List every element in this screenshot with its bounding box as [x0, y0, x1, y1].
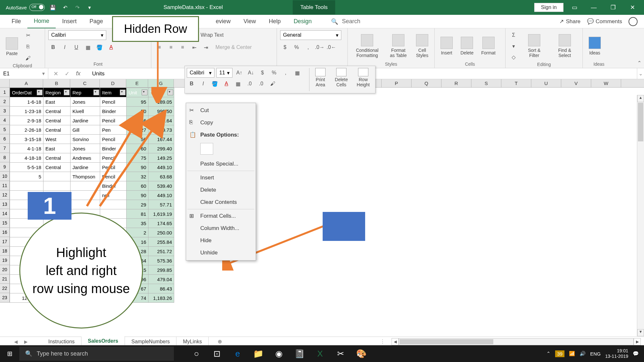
row-header-13[interactable]: 13	[0, 200, 10, 209]
column-header-P[interactable]: P	[382, 79, 412, 87]
font-color-button[interactable]: A	[106, 43, 116, 52]
mini-comma-icon[interactable]: ,	[281, 68, 290, 78]
mini-font-size[interactable]: 11▾	[216, 68, 232, 78]
comments-button[interactable]: 💬Comments	[587, 18, 622, 25]
mini-bold-icon[interactable]: B	[187, 79, 196, 89]
redo-icon[interactable]: ↷	[73, 3, 81, 12]
mini-italic-icon[interactable]: I	[198, 79, 208, 89]
column-header-S[interactable]: S	[471, 79, 501, 87]
cortana-icon[interactable]: ○	[187, 345, 206, 362]
table-row[interactable]: 4-18-18CentralAndrewsPencil75149.25	[10, 153, 174, 163]
close-icon[interactable]: ✕	[624, 0, 641, 15]
vertical-scrollbar[interactable]: ▲ ▼	[637, 95, 644, 336]
minimize-icon[interactable]: —	[585, 0, 602, 15]
font-name-combo[interactable]: Calibri▾	[48, 30, 106, 40]
table-header-unit[interactable]: Unit	[127, 88, 148, 97]
mini-border2-icon[interactable]: ▦	[233, 79, 243, 89]
column-header-Q[interactable]: Q	[412, 79, 441, 87]
excel-taskbar-icon[interactable]: X	[310, 345, 330, 362]
table-row[interactable]: 2-26-18CentralGillPen27539.73	[10, 125, 174, 135]
copy-icon[interactable]: ⎘	[23, 42, 33, 52]
language-indicator[interactable]: ENG	[590, 351, 601, 357]
table-tools-tab[interactable]: Table Tools	[293, 0, 336, 14]
mini-increase-font-icon[interactable]: A↑	[234, 68, 244, 78]
scroll-down-icon[interactable]: ▼	[637, 329, 644, 336]
tab-insert[interactable]: Insert	[56, 15, 83, 28]
name-box[interactable]: E1▾	[0, 68, 48, 79]
format-cells-button[interactable]: Format	[478, 35, 498, 57]
table-header-rep[interactable]: Rep	[71, 88, 100, 97]
mini-delete-cells-button[interactable]: Delete Cells	[331, 68, 351, 91]
edge-icon[interactable]: e	[228, 345, 247, 362]
row-header-1[interactable]: 1	[0, 88, 10, 97]
ribbon-display-icon[interactable]: ▭	[566, 0, 583, 15]
table-row[interactable]: Binder60539.40	[10, 181, 174, 191]
row-header-19[interactable]: 19	[0, 256, 10, 265]
menu-clear-contents[interactable]: Clear Contents	[186, 196, 256, 208]
row-header-10[interactable]: 10	[0, 172, 10, 181]
column-header-V[interactable]: V	[561, 79, 591, 87]
row-header-23[interactable]: 23	[0, 293, 10, 302]
tab-file[interactable]: File	[5, 15, 27, 28]
find-select-button[interactable]: Find & Select	[550, 33, 579, 59]
menu-delete[interactable]: Delete	[186, 184, 256, 196]
column-header-G[interactable]: G	[148, 79, 174, 87]
border-button[interactable]: ▦	[83, 43, 93, 52]
mini-inc-dec-icon[interactable]: .0	[245, 79, 254, 89]
increase-decimal-icon[interactable]: .0→	[315, 43, 325, 52]
collapse-ribbon-icon[interactable]: ⌃	[637, 60, 641, 66]
column-header-T[interactable]: T	[501, 79, 531, 87]
column-header-E[interactable]: E	[126, 79, 148, 87]
wrap-text-button[interactable]: Wrap Text	[198, 30, 226, 40]
row-header-22[interactable]: 22	[0, 284, 10, 293]
column-header-C[interactable]: C	[70, 79, 100, 87]
row-header-9[interactable]: 9	[0, 162, 10, 172]
ideas-button[interactable]: Ideas	[586, 35, 603, 57]
snipping-tool-icon[interactable]: ✂	[331, 345, 350, 362]
autosum-icon[interactable]: Σ	[509, 30, 518, 40]
sign-in-button[interactable]: Sign in	[534, 3, 564, 12]
table-header-region[interactable]: Region	[43, 88, 71, 97]
table-row[interactable]: 4-1-18EastJonesBinder60299.40	[10, 144, 174, 153]
sheet-prev-icon[interactable]: ◀	[14, 339, 18, 344]
hscroll-right-icon[interactable]: ▶	[634, 338, 641, 345]
table-header-total[interactable]: Total	[148, 88, 174, 97]
cut-icon[interactable]: ✂	[23, 30, 33, 40]
row-header-11[interactable]: 11	[0, 181, 10, 190]
column-header-R[interactable]: R	[441, 79, 471, 87]
horizontal-scrollbar[interactable]	[399, 338, 634, 345]
column-header-B[interactable]: B	[43, 79, 70, 87]
mini-font-color-icon[interactable]: A	[222, 79, 231, 89]
undo-icon[interactable]: ↶	[61, 3, 69, 12]
sheet-tab-instructions[interactable]: Instructions	[42, 337, 81, 347]
bold-button[interactable]: B	[48, 43, 58, 52]
autosave-toggle[interactable]: AutoSave Off	[6, 4, 45, 11]
menu-paste-special[interactable]: Paste Special...	[186, 158, 256, 170]
row-header-21[interactable]: 21	[0, 274, 10, 284]
decrease-decimal-icon[interactable]: .0←	[327, 43, 336, 52]
menu-cut[interactable]: ✂Cut	[186, 104, 256, 117]
notepad-icon[interactable]: 📓	[290, 345, 309, 362]
add-sheet-button[interactable]: ⊕	[215, 337, 225, 347]
tray-temp-badge[interactable]: 39	[555, 350, 564, 357]
row-header-14[interactable]: 14	[0, 209, 10, 218]
fill-color-button[interactable]: 🪣	[95, 43, 104, 52]
underline-button[interactable]: U	[71, 43, 81, 52]
table-row[interactable]: 2-9-18CentralJardinePencil36179.64	[10, 116, 174, 125]
mini-font-name[interactable]: Calibri▾	[187, 68, 214, 78]
tab-view[interactable]: View	[237, 15, 262, 28]
conditional-formatting-button[interactable]: Conditional Formatting	[351, 33, 384, 59]
delete-cells-button[interactable]: Delete	[458, 35, 476, 57]
row-header-8[interactable]: 8	[0, 153, 10, 162]
notifications-icon[interactable]: 💬	[633, 351, 639, 357]
italic-button[interactable]: I	[60, 43, 70, 52]
start-button[interactable]: ⊞	[0, 345, 19, 362]
table-header-orderdat[interactable]: OrderDat	[10, 88, 43, 97]
table-row[interactable]: 1-23-18CentralKivellBinder50999.50	[10, 107, 174, 116]
tab-help[interactable]: Help	[262, 15, 287, 28]
column-header-D[interactable]: D	[100, 79, 126, 87]
table-header-item[interactable]: Item	[100, 88, 127, 97]
table-row[interactable]: 1-6-18EastJonesPencil95189.05	[10, 97, 174, 107]
share-button[interactable]: ↗Share	[559, 18, 580, 25]
feedback-icon[interactable]	[629, 17, 638, 26]
